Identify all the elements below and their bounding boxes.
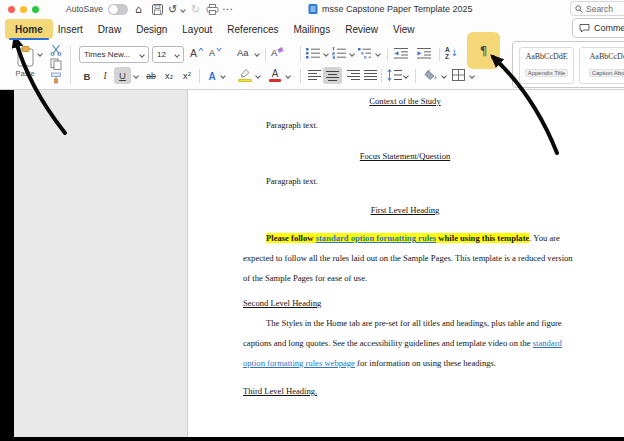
heading-first-level: First Level Heading xyxy=(188,205,622,215)
zoom-window-button[interactable] xyxy=(32,6,39,13)
bullet-list-icon xyxy=(306,47,320,59)
multilevel-chevron-icon[interactable] xyxy=(375,51,381,57)
change-case-chevron-icon[interactable] xyxy=(254,51,260,57)
font-color-chevron-icon[interactable] xyxy=(285,73,291,79)
bold-button[interactable]: B xyxy=(80,68,94,84)
document-page[interactable]: Context of the StudyParagraph text.Focus… xyxy=(187,90,624,437)
font-name-select[interactable]: Times New... xyxy=(79,46,149,63)
superscript-button[interactable]: x² xyxy=(180,68,194,84)
tab-insert[interactable]: Insert xyxy=(56,21,85,38)
text-effects-button[interactable]: A xyxy=(205,68,219,84)
highlight-color-button[interactable] xyxy=(238,68,251,78)
search-icon xyxy=(575,5,583,13)
toggle-knob xyxy=(109,5,118,14)
app-chrome: AutoSave ⌂ ↺ ↻ … msse Capstone Paper Te xyxy=(0,0,624,90)
borders-button[interactable] xyxy=(452,69,465,81)
home-folder-icon[interactable]: ⌂ xyxy=(135,3,142,16)
grow-font-button[interactable]: A xyxy=(190,47,204,59)
font-size-value: 12 xyxy=(157,50,166,59)
autosave-toggle[interactable] xyxy=(108,4,128,15)
tab-review[interactable]: Review xyxy=(343,21,380,38)
align-left-button[interactable] xyxy=(308,69,321,81)
numbering-button[interactable] xyxy=(332,47,346,59)
undo-icon[interactable]: ↺ xyxy=(168,3,177,16)
doc-hyperlink[interactable]: standard option formatting rules xyxy=(316,233,437,243)
shading-button[interactable] xyxy=(424,69,438,81)
active-tab-underline xyxy=(9,38,49,40)
print-icon[interactable] xyxy=(206,4,219,15)
tab-home[interactable]: Home xyxy=(13,21,45,38)
highlight-color-swatch xyxy=(238,79,252,82)
tab-mailings[interactable]: Mailings xyxy=(291,21,332,38)
tab-label: Review xyxy=(345,24,378,35)
doc-text: of the Sample Pages for ease of use. xyxy=(243,273,367,283)
copy-icon xyxy=(50,58,62,70)
tab-references[interactable]: References xyxy=(225,21,280,38)
line-spacing-chevron-icon[interactable] xyxy=(403,73,409,79)
align-right-button[interactable] xyxy=(347,69,360,81)
justify-button[interactable] xyxy=(364,69,377,81)
body-paragraph: Paragraph text. xyxy=(266,120,318,130)
tab-label: Home xyxy=(15,24,43,35)
heading-third-level: Third Level Heading. xyxy=(243,386,317,396)
underline-button[interactable]: U xyxy=(114,67,131,84)
body-paragraph: Please follow standard option formatting… xyxy=(266,233,560,243)
cut-button[interactable] xyxy=(50,44,62,56)
borders-chevron-icon[interactable] xyxy=(469,73,475,79)
style-card-caption[interactable]: AaBbCcDc Caption Abo xyxy=(579,47,624,84)
doc-text: captions and long quotes. See the access… xyxy=(243,338,533,348)
strikethrough-button[interactable]: ab xyxy=(143,68,159,84)
decrease-indent-button[interactable] xyxy=(393,47,409,59)
text-effects-chevron-icon[interactable] xyxy=(220,73,226,79)
doc-text: Please follow xyxy=(266,233,316,243)
style-card-appendix-title[interactable]: AaBbCcDdE Appendix Title xyxy=(519,47,574,84)
show-paragraph-marks-button[interactable]: ¶ xyxy=(467,32,500,69)
bullets-chevron-icon[interactable] xyxy=(323,51,329,57)
shading-chevron-icon[interactable] xyxy=(441,73,447,79)
comments-button[interactable]: Comme xyxy=(572,18,624,38)
sort-arrow-icon: ↓ xyxy=(451,48,459,58)
italic-button[interactable]: I xyxy=(98,68,112,84)
format-painter-button[interactable] xyxy=(50,72,62,84)
more-commands-icon[interactable]: … xyxy=(222,0,233,13)
heading-second-level: Second Level Heading xyxy=(243,298,321,308)
align-center-button[interactable] xyxy=(323,67,342,84)
doc-hyperlink[interactable]: option formatting rules webpage xyxy=(243,358,355,368)
copy-button[interactable] xyxy=(50,58,62,70)
sort-button[interactable]: A Z ↓ xyxy=(445,46,458,60)
tab-view[interactable]: View xyxy=(391,21,417,38)
underline-chevron-icon[interactable] xyxy=(133,73,139,79)
doc-text: for information on using these headings. xyxy=(355,358,496,368)
tab-design[interactable]: Design xyxy=(134,21,169,38)
bullets-button[interactable] xyxy=(306,47,320,59)
change-case-button[interactable]: Aa xyxy=(237,47,249,58)
close-window-button[interactable] xyxy=(8,6,15,13)
paste-button[interactable] xyxy=(10,44,40,68)
increase-indent-button[interactable] xyxy=(416,47,432,59)
undo-chevron-icon[interactable] xyxy=(180,7,186,13)
search-input[interactable]: Search xyxy=(570,1,624,16)
multilevel-list-button[interactable] xyxy=(358,47,372,59)
highlight-chevron-icon[interactable] xyxy=(255,73,261,79)
line-spacing-button[interactable] xyxy=(387,69,402,81)
numbering-chevron-icon[interactable] xyxy=(349,51,355,57)
scissors-icon xyxy=(50,44,62,56)
clear-formatting-button[interactable]: A xyxy=(271,47,283,58)
redo-icon: ↻ xyxy=(191,3,200,16)
paint-bucket-icon xyxy=(424,69,438,81)
doc-hyperlink[interactable]: standard xyxy=(533,338,562,348)
tab-label: References xyxy=(227,24,278,35)
font-size-select[interactable]: 12 xyxy=(152,46,184,63)
tab-label: Mailings xyxy=(293,24,330,35)
align-left-icon xyxy=(308,69,321,81)
subscript-button[interactable]: x₂ xyxy=(162,68,176,84)
save-icon[interactable] xyxy=(152,4,163,15)
tab-label: Draw xyxy=(98,24,121,35)
shrink-font-button[interactable]: A xyxy=(209,47,222,59)
minimize-window-button[interactable] xyxy=(20,6,27,13)
format-painter-icon xyxy=(50,72,62,84)
tab-draw[interactable]: Draw xyxy=(96,21,123,38)
body-paragraph: captions and long quotes. See the access… xyxy=(243,338,562,348)
multilevel-list-icon xyxy=(358,47,372,59)
tab-layout[interactable]: Layout xyxy=(180,21,214,38)
